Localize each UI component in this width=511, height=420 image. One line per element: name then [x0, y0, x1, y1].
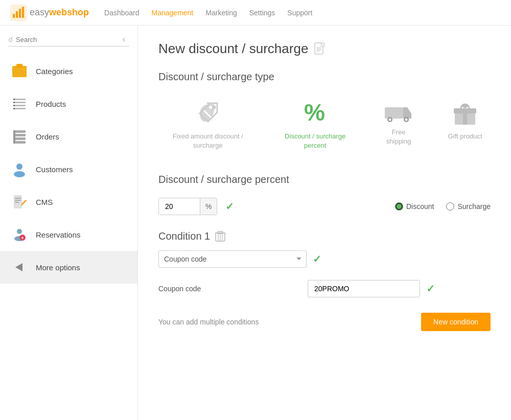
type-card-shipping[interactable]: Free shipping: [373, 95, 424, 155]
type-card-shipping-label: Free shipping: [381, 128, 416, 146]
percent-input[interactable]: [159, 198, 200, 215]
svg-rect-14: [13, 108, 26, 109]
page-doc-icon: [314, 42, 326, 56]
logo-easy: easy: [30, 7, 49, 17]
page-title-row: New discount / surcharge: [158, 41, 491, 57]
svg-rect-20: [13, 130, 15, 144]
svg-rect-24: [15, 198, 21, 199]
sidebar-item-products[interactable]: Products: [0, 87, 137, 120]
search-box: ☌ ‹: [8, 35, 129, 46]
sidebar-label-categories: Categories: [36, 67, 73, 76]
sidebar-item-customers[interactable]: Customers: [0, 153, 137, 185]
sidebar-label-customers: Customers: [36, 165, 73, 174]
svg-rect-47: [463, 108, 467, 125]
section-discount-type: Discount / surcharge type: [158, 71, 491, 155]
coupon-input[interactable]: [308, 280, 420, 297]
radio-discount-label: Discount: [406, 202, 434, 211]
svg-rect-34: [316, 48, 321, 49]
radio-group: Discount Surcharge: [395, 202, 491, 211]
svg-point-21: [16, 164, 22, 170]
svg-text:%: %: [304, 100, 325, 126]
condition-row: Coupon code Minimum order amount Custome…: [158, 250, 491, 268]
nav-settings[interactable]: Settings: [249, 9, 275, 17]
section-condition: Condition 1 Coupon code Minimum order: [158, 230, 491, 331]
svg-rect-36: [316, 51, 320, 52]
sidebar-collapse-button[interactable]: ‹: [119, 35, 129, 44]
type-card-percent[interactable]: % Discount / surcharge percent: [272, 95, 358, 155]
sidebar-label-more-options: More options: [36, 263, 80, 272]
sidebar-item-more-options[interactable]: More options: [0, 251, 137, 284]
svg-rect-40: [385, 107, 403, 119]
radio-surcharge-input[interactable]: [446, 202, 454, 211]
sidebar-item-cms[interactable]: CMS: [0, 185, 137, 218]
nav-management[interactable]: Management: [152, 9, 194, 17]
svg-rect-15: [13, 108, 15, 109]
type-card-fixed[interactable]: Fixed amount discount / surcharge: [158, 95, 257, 155]
percent-check-icon: ✓: [225, 200, 234, 213]
page-title: New discount / surcharge: [158, 41, 308, 57]
svg-rect-9: [13, 99, 15, 100]
svg-point-44: [405, 119, 408, 121]
svg-rect-1: [13, 14, 15, 18]
condition-select[interactable]: Coupon code Minimum order amount Custome…: [158, 250, 307, 268]
gift-product-icon: [452, 100, 478, 127]
type-card-percent-label: Discount / surcharge percent: [281, 132, 350, 150]
sidebar-label-reservations: Reservations: [36, 230, 81, 239]
type-card-gift[interactable]: Gift product: [439, 95, 491, 155]
sidebar-label-orders: Orders: [36, 132, 59, 141]
svg-rect-35: [316, 49, 321, 50]
condition-title: Condition 1: [158, 230, 210, 242]
free-shipping-icon: [384, 100, 413, 123]
new-condition-button[interactable]: New condition: [421, 313, 491, 331]
sidebar: ☌ ‹ Categories: [0, 26, 138, 420]
fixed-discount-icon: [195, 100, 221, 127]
svg-point-37: [209, 106, 212, 109]
svg-point-42: [389, 119, 391, 121]
products-icon: [10, 95, 29, 113]
radio-discount-input[interactable]: [395, 202, 403, 211]
orders-icon: [10, 127, 29, 146]
sidebar-item-orders[interactable]: Orders: [0, 120, 137, 153]
svg-marker-31: [15, 263, 22, 271]
sidebar-label-products: Products: [36, 100, 66, 108]
radio-discount[interactable]: Discount: [395, 202, 434, 211]
radio-surcharge[interactable]: Surcharge: [446, 202, 491, 211]
sidebar-label-cms: CMS: [36, 198, 53, 206]
svg-rect-2: [16, 11, 18, 18]
svg-point-38: [212, 106, 216, 109]
search-icon: ☌: [8, 35, 13, 43]
svg-text:+: +: [21, 236, 24, 241]
categories-icon: [10, 62, 29, 80]
svg-rect-0: [10, 5, 27, 21]
coupon-check-icon: ✓: [426, 283, 435, 295]
type-card-gift-label: Gift product: [448, 132, 482, 141]
sidebar-item-reservations[interactable]: + Reservations: [0, 218, 137, 251]
percent-input-wrap: %: [158, 198, 217, 215]
condition-header: Condition 1: [158, 230, 491, 242]
logo: easywebshop: [10, 5, 89, 21]
svg-rect-10: [13, 102, 26, 103]
svg-rect-26: [15, 202, 19, 203]
condition-check-icon: ✓: [313, 253, 321, 265]
logo-icon: [10, 5, 27, 21]
radio-surcharge-label: Surcharge: [457, 202, 491, 211]
type-cards: Fixed amount discount / surcharge % Disc…: [158, 95, 491, 155]
section-percent-title: Discount / surcharge percent: [158, 174, 491, 185]
svg-rect-33: [321, 43, 324, 46]
percent-row: % ✓ Discount Surcharge: [158, 198, 491, 215]
sidebar-item-categories[interactable]: Categories: [0, 55, 137, 87]
more-options-icon: [10, 258, 29, 276]
trash-icon[interactable]: [215, 231, 225, 242]
cms-icon: [10, 193, 29, 211]
percent-discount-icon: %: [302, 100, 329, 127]
svg-point-27: [17, 229, 22, 234]
svg-rect-11: [13, 102, 15, 103]
coupon-row: Coupon code ✓: [158, 280, 491, 297]
svg-rect-25: [15, 200, 21, 201]
svg-rect-8: [13, 99, 26, 100]
nav-support[interactable]: Support: [287, 9, 312, 17]
search-input[interactable]: [16, 36, 119, 43]
nav-dashboard[interactable]: Dashboard: [104, 9, 140, 17]
type-card-fixed-label: Fixed amount discount / surcharge: [167, 132, 249, 150]
nav-marketing[interactable]: Marketing: [205, 9, 237, 17]
